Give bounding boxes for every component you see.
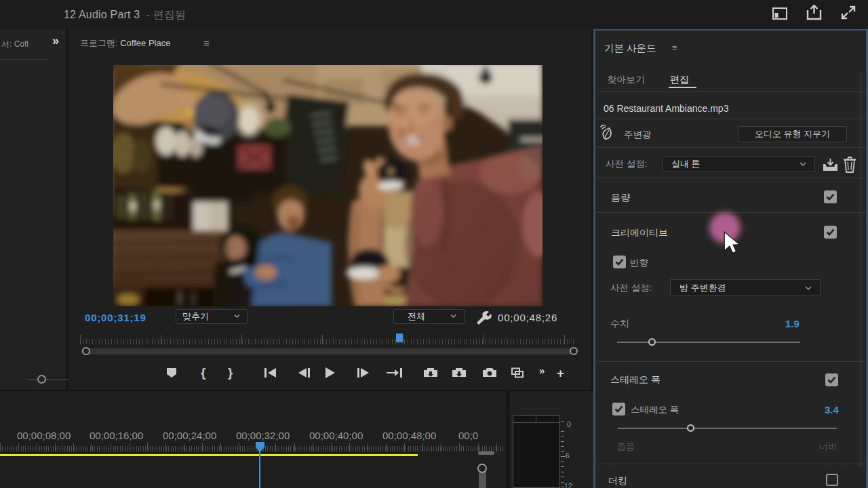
svg-text:»: »	[539, 366, 545, 376]
svg-text:+: +	[557, 366, 564, 380]
svg-text:}: }	[228, 366, 233, 380]
svg-text:{: {	[201, 366, 205, 380]
